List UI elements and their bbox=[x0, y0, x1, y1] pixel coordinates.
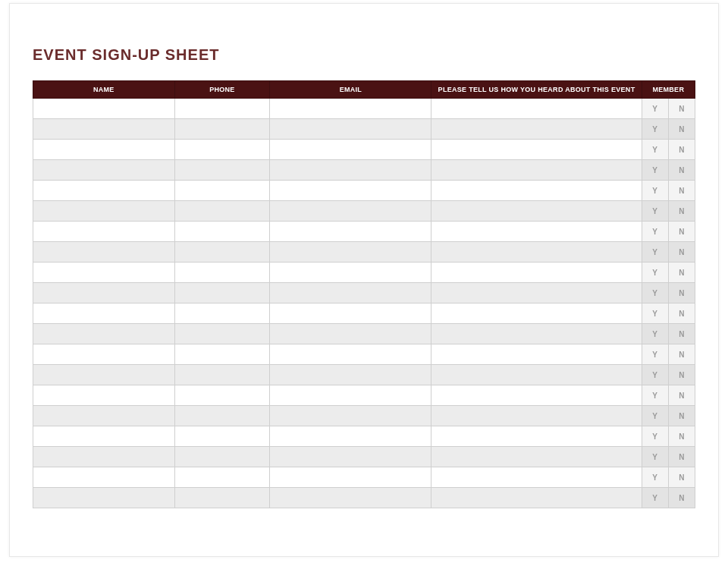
member-yes-cell[interactable]: Y bbox=[642, 426, 668, 447]
cell-email[interactable] bbox=[270, 242, 431, 263]
cell-phone[interactable] bbox=[174, 447, 270, 467]
member-yes-cell[interactable]: Y bbox=[642, 385, 668, 406]
member-yes-cell[interactable]: Y bbox=[642, 222, 668, 242]
cell-heard[interactable] bbox=[431, 467, 642, 488]
member-no-cell[interactable]: N bbox=[668, 447, 695, 467]
cell-email[interactable] bbox=[270, 426, 431, 447]
member-yes-cell[interactable]: Y bbox=[642, 119, 668, 140]
cell-heard[interactable] bbox=[431, 324, 642, 344]
cell-heard[interactable] bbox=[431, 426, 642, 447]
cell-name[interactable] bbox=[33, 324, 175, 344]
cell-heard[interactable] bbox=[431, 344, 642, 365]
cell-email[interactable] bbox=[270, 160, 431, 181]
member-yes-cell[interactable]: Y bbox=[642, 140, 668, 160]
member-no-cell[interactable]: N bbox=[668, 324, 695, 344]
cell-name[interactable] bbox=[33, 344, 175, 365]
member-no-cell[interactable]: N bbox=[668, 263, 695, 283]
member-yes-cell[interactable]: Y bbox=[642, 99, 668, 119]
cell-name[interactable] bbox=[33, 283, 175, 303]
cell-email[interactable] bbox=[270, 447, 431, 467]
cell-name[interactable] bbox=[33, 140, 175, 160]
cell-heard[interactable] bbox=[431, 201, 642, 222]
cell-name[interactable] bbox=[33, 99, 175, 119]
cell-heard[interactable] bbox=[431, 406, 642, 426]
member-no-cell[interactable]: N bbox=[668, 488, 695, 508]
member-no-cell[interactable]: N bbox=[668, 119, 695, 140]
cell-email[interactable] bbox=[270, 222, 431, 242]
cell-phone[interactable] bbox=[174, 344, 270, 365]
cell-heard[interactable] bbox=[431, 263, 642, 283]
cell-name[interactable] bbox=[33, 201, 175, 222]
member-no-cell[interactable]: N bbox=[668, 303, 695, 324]
cell-email[interactable] bbox=[270, 488, 431, 508]
cell-heard[interactable] bbox=[431, 140, 642, 160]
cell-email[interactable] bbox=[270, 140, 431, 160]
cell-email[interactable] bbox=[270, 406, 431, 426]
member-yes-cell[interactable]: Y bbox=[642, 160, 668, 181]
member-yes-cell[interactable]: Y bbox=[642, 406, 668, 426]
member-yes-cell[interactable]: Y bbox=[642, 242, 668, 263]
cell-name[interactable] bbox=[33, 385, 175, 406]
member-yes-cell[interactable]: Y bbox=[642, 447, 668, 467]
member-yes-cell[interactable]: Y bbox=[642, 488, 668, 508]
cell-phone[interactable] bbox=[174, 303, 270, 324]
cell-phone[interactable] bbox=[174, 201, 270, 222]
member-no-cell[interactable]: N bbox=[668, 283, 695, 303]
cell-name[interactable] bbox=[33, 303, 175, 324]
cell-email[interactable] bbox=[270, 324, 431, 344]
member-yes-cell[interactable]: Y bbox=[642, 283, 668, 303]
member-no-cell[interactable]: N bbox=[668, 160, 695, 181]
cell-phone[interactable] bbox=[174, 385, 270, 406]
cell-heard[interactable] bbox=[431, 488, 642, 508]
cell-heard[interactable] bbox=[431, 242, 642, 263]
cell-phone[interactable] bbox=[174, 488, 270, 508]
cell-heard[interactable] bbox=[431, 160, 642, 181]
cell-phone[interactable] bbox=[174, 160, 270, 181]
cell-phone[interactable] bbox=[174, 222, 270, 242]
cell-heard[interactable] bbox=[431, 283, 642, 303]
cell-heard[interactable] bbox=[431, 447, 642, 467]
cell-phone[interactable] bbox=[174, 365, 270, 385]
member-yes-cell[interactable]: Y bbox=[642, 344, 668, 365]
cell-name[interactable] bbox=[33, 222, 175, 242]
cell-phone[interactable] bbox=[174, 467, 270, 488]
cell-phone[interactable] bbox=[174, 119, 270, 140]
cell-phone[interactable] bbox=[174, 263, 270, 283]
member-yes-cell[interactable]: Y bbox=[642, 467, 668, 488]
cell-email[interactable] bbox=[270, 181, 431, 201]
cell-email[interactable] bbox=[270, 365, 431, 385]
member-no-cell[interactable]: N bbox=[668, 222, 695, 242]
member-no-cell[interactable]: N bbox=[668, 242, 695, 263]
member-yes-cell[interactable]: Y bbox=[642, 263, 668, 283]
cell-email[interactable] bbox=[270, 201, 431, 222]
cell-name[interactable] bbox=[33, 447, 175, 467]
cell-name[interactable] bbox=[33, 406, 175, 426]
cell-email[interactable] bbox=[270, 344, 431, 365]
member-no-cell[interactable]: N bbox=[668, 385, 695, 406]
cell-heard[interactable] bbox=[431, 222, 642, 242]
member-yes-cell[interactable]: Y bbox=[642, 181, 668, 201]
cell-name[interactable] bbox=[33, 488, 175, 508]
cell-name[interactable] bbox=[33, 467, 175, 488]
cell-heard[interactable] bbox=[431, 181, 642, 201]
cell-email[interactable] bbox=[270, 385, 431, 406]
cell-heard[interactable] bbox=[431, 385, 642, 406]
cell-phone[interactable] bbox=[174, 99, 270, 119]
member-no-cell[interactable]: N bbox=[668, 467, 695, 488]
cell-phone[interactable] bbox=[174, 181, 270, 201]
member-no-cell[interactable]: N bbox=[668, 181, 695, 201]
cell-phone[interactable] bbox=[174, 140, 270, 160]
cell-phone[interactable] bbox=[174, 426, 270, 447]
cell-phone[interactable] bbox=[174, 242, 270, 263]
member-no-cell[interactable]: N bbox=[668, 365, 695, 385]
cell-phone[interactable] bbox=[174, 283, 270, 303]
cell-heard[interactable] bbox=[431, 99, 642, 119]
member-no-cell[interactable]: N bbox=[668, 140, 695, 160]
member-no-cell[interactable]: N bbox=[668, 426, 695, 447]
cell-name[interactable] bbox=[33, 365, 175, 385]
cell-name[interactable] bbox=[33, 160, 175, 181]
cell-email[interactable] bbox=[270, 119, 431, 140]
member-no-cell[interactable]: N bbox=[668, 406, 695, 426]
member-no-cell[interactable]: N bbox=[668, 344, 695, 365]
member-yes-cell[interactable]: Y bbox=[642, 324, 668, 344]
